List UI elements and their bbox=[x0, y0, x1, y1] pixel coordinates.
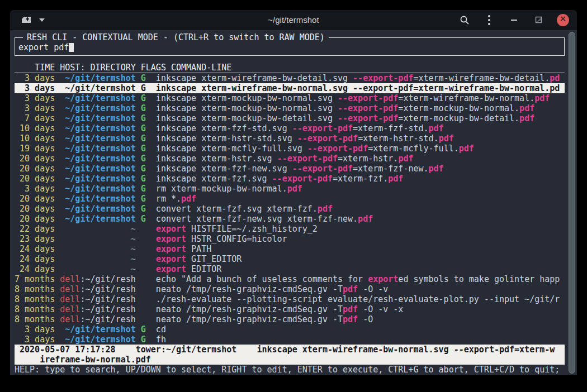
search-button[interactable] bbox=[458, 14, 471, 26]
history-row[interactable]: 3 days ~/git/termshot G inkscape xterm-m… bbox=[15, 93, 565, 103]
history-row[interactable]: 23 days ~ export HSTR_CONFIG=hicolor bbox=[15, 234, 565, 244]
close-button[interactable]: ✕ bbox=[557, 14, 569, 26]
history-list: 3 days ~/git/termshot G inkscape xterm-w… bbox=[15, 73, 565, 345]
new-tab-button[interactable] bbox=[21, 15, 34, 26]
new-tab-icon bbox=[22, 15, 33, 25]
scrollbar-thumb[interactable] bbox=[569, 32, 575, 374]
minimize-icon bbox=[511, 20, 517, 21]
history-row[interactable]: 20 days ~/git/termshot G inkscape xterm-… bbox=[15, 174, 565, 184]
history-row[interactable]: 24 days ~ export PATH bbox=[15, 244, 565, 254]
history-row[interactable]: 24 days ~ export EDITOR bbox=[15, 264, 565, 274]
history-row[interactable]: 3 days ~/git/termshot G rm xterm-mockup-… bbox=[15, 184, 565, 194]
selected-entry-line-2: ireframe-bw-normal.pdf bbox=[15, 355, 565, 365]
restore-icon bbox=[535, 16, 542, 23]
selected-entry-line-1: 2020-05-07 17:17:28 tower:~/git/termshot… bbox=[15, 345, 565, 355]
history-row[interactable]: 8 months dell:~/git/resh ./resh-evaluate… bbox=[15, 294, 565, 304]
history-row[interactable]: 19 days ~/git/termshot G inkscape xterm-… bbox=[15, 144, 565, 154]
history-row[interactable]: 3 days ~/git/termshot G inkscape xterm-w… bbox=[15, 73, 565, 83]
resh-mode-legend: RESH CLI - CONTEXTUAL MODE - (CTRL+R to … bbox=[23, 32, 329, 42]
resh-search-box[interactable]: RESH CLI - CONTEXTUAL MODE - (CTRL+R to … bbox=[15, 37, 565, 56]
search-icon bbox=[460, 15, 470, 25]
history-row[interactable]: 20 days ~/git/termshot G rm *.pdf bbox=[15, 194, 565, 204]
terminal-screen: RESH CLI - CONTEXTUAL MODE - (CTRL+R to … bbox=[10, 30, 577, 375]
history-row[interactable]: 8 months dell:~/git/resh neato /tmp/resh… bbox=[15, 284, 565, 294]
history-row[interactable]: 10 days ~/git/termshot G inkscape xterm-… bbox=[15, 133, 565, 144]
close-icon: ✕ bbox=[560, 15, 567, 23]
history-row[interactable]: 22 days ~ export HISTFILE=~/.zsh_history… bbox=[15, 224, 565, 234]
history-row[interactable]: 3 days ~/git/termshot G inkscape xterm-m… bbox=[15, 103, 565, 113]
terminal-window: ~/git/termshot ✕ bbox=[10, 10, 577, 375]
history-row[interactable]: 20 days ~/git/termshot G inkscape xterm-… bbox=[15, 154, 565, 164]
titlebar: ~/git/termshot ✕ bbox=[10, 10, 577, 30]
history-row[interactable]: 7 months dell:~/git/resh echo "Add a bun… bbox=[15, 274, 565, 284]
history-row[interactable]: 8 months dell:~/git/resh neato /tmp/resh… bbox=[15, 314, 565, 324]
text-cursor bbox=[69, 43, 74, 52]
chevron-down-icon[interactable] bbox=[39, 18, 45, 22]
history-table-header: TIME HOST: DIRECTORY FLAGS COMMAND-LINE bbox=[15, 63, 565, 73]
history-row[interactable]: 20 days ~/git/termshot G convert xterm-f… bbox=[15, 214, 565, 224]
selected-entry-detail-bar: 2020-05-07 17:17:28 tower:~/git/termshot… bbox=[15, 345, 565, 365]
search-query-text: export pdf bbox=[18, 42, 69, 52]
history-row-selected[interactable]: 3 days ~/git/termshot G inkscape xterm-w… bbox=[15, 83, 565, 93]
menu-button[interactable] bbox=[483, 14, 495, 26]
search-input[interactable]: export pdf bbox=[18, 42, 74, 52]
minimize-button[interactable] bbox=[508, 14, 520, 26]
history-row[interactable]: 10 days ~/git/termshot G inkscape xterm-… bbox=[15, 123, 565, 133]
kebab-menu-icon bbox=[488, 15, 490, 25]
history-row[interactable]: 20 days ~/git/termshot G convert xterm-f… bbox=[15, 204, 565, 214]
restore-button[interactable] bbox=[532, 14, 545, 26]
history-row[interactable]: 3 days ~/git/termshot G fh bbox=[15, 334, 565, 345]
history-row[interactable]: 20 days ~/git/termshot G inkscape xterm-… bbox=[15, 164, 565, 174]
help-line: HELP: type to search, UP/DOWN to select,… bbox=[15, 365, 565, 375]
history-row[interactable]: 7 days ~/git/termshot G inkscape xterm-m… bbox=[15, 113, 565, 123]
history-row[interactable]: 8 months dell:~/git/resh neato /tmp/resh… bbox=[15, 304, 565, 314]
history-row[interactable]: 3 days ~/git/termshot G cd bbox=[15, 324, 565, 334]
history-row[interactable]: 24 days ~ export GIT_EDITOR bbox=[15, 254, 565, 264]
